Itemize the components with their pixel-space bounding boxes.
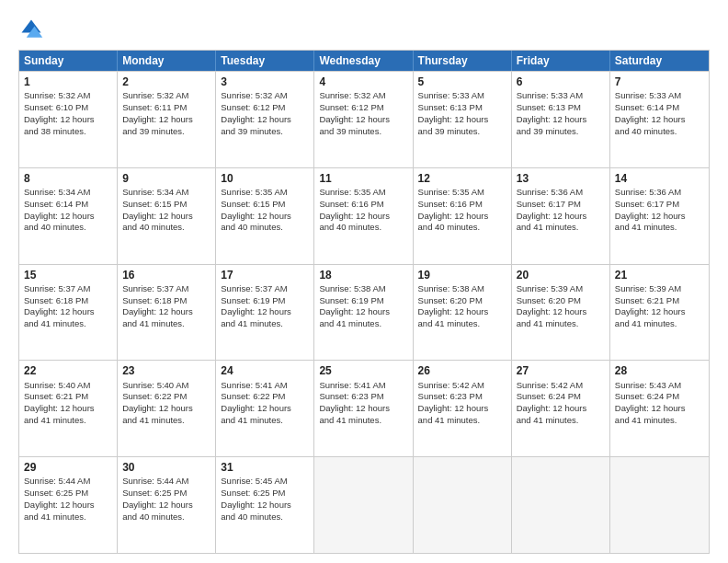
day-info-line: Sunset: 6:20 PM (517, 295, 605, 307)
day-info-line: and 39 minutes. (319, 126, 407, 138)
day-info-line: Sunset: 6:12 PM (221, 102, 309, 114)
calendar-cell: 5Sunrise: 5:33 AMSunset: 6:13 PMDaylight… (414, 72, 512, 167)
day-info-line: Daylight: 12 hours (319, 211, 407, 223)
day-info-line: Daylight: 12 hours (24, 306, 112, 318)
calendar-row-2: 8Sunrise: 5:34 AMSunset: 6:14 PMDaylight… (19, 167, 709, 264)
calendar-cell: 7Sunrise: 5:33 AMSunset: 6:14 PMDaylight… (610, 72, 709, 167)
day-info-line: Sunrise: 5:37 AM (122, 283, 210, 295)
day-info-line: Sunrise: 5:43 AM (615, 380, 704, 392)
calendar-cell (610, 457, 709, 553)
calendar-cell: 11Sunrise: 5:35 AMSunset: 6:16 PMDayligh… (314, 168, 413, 264)
day-info-line: Sunset: 6:25 PM (24, 488, 112, 500)
day-number: 10 (221, 171, 309, 186)
day-info-line: Daylight: 12 hours (221, 306, 309, 318)
day-info-line: and 41 minutes. (615, 222, 704, 234)
day-number: 1 (24, 75, 112, 89)
day-info-line: Daylight: 12 hours (221, 403, 309, 415)
day-info-line: Daylight: 12 hours (517, 211, 605, 223)
day-number: 14 (615, 171, 704, 186)
day-info-line: and 39 minutes. (122, 126, 210, 138)
day-info-line: Sunset: 6:22 PM (221, 391, 309, 403)
calendar-cell: 4Sunrise: 5:32 AMSunset: 6:12 PMDaylight… (314, 72, 413, 167)
day-info-line: and 41 minutes. (418, 415, 506, 427)
calendar-row-5: 29Sunrise: 5:44 AMSunset: 6:25 PMDayligh… (19, 456, 709, 553)
day-info-line: Sunset: 6:14 PM (24, 199, 112, 211)
day-number: 16 (122, 268, 210, 282)
day-number: 25 (319, 363, 407, 378)
calendar-cell: 19Sunrise: 5:38 AMSunset: 6:20 PMDayligh… (414, 265, 512, 361)
day-info-line: and 40 minutes. (418, 222, 506, 234)
day-info-line: Sunset: 6:15 PM (221, 199, 309, 211)
day-info-line: Daylight: 12 hours (221, 211, 309, 223)
day-info-line: Sunset: 6:20 PM (418, 295, 506, 307)
day-info-line: Daylight: 12 hours (319, 403, 407, 415)
day-number: 21 (615, 268, 704, 282)
day-number: 23 (122, 363, 210, 378)
day-number: 15 (24, 268, 112, 282)
day-number: 18 (319, 268, 407, 282)
day-number: 22 (24, 363, 112, 378)
header-day-tuesday: Tuesday (216, 51, 314, 71)
calendar-cell: 15Sunrise: 5:37 AMSunset: 6:18 PMDayligh… (19, 265, 118, 361)
day-info-line: Daylight: 12 hours (615, 114, 704, 126)
day-info-line: Daylight: 12 hours (418, 306, 506, 318)
day-info-line: and 40 minutes. (615, 126, 704, 138)
day-info-line: Sunset: 6:23 PM (319, 391, 407, 403)
day-info-line: Sunrise: 5:32 AM (221, 90, 309, 102)
calendar-cell: 12Sunrise: 5:35 AMSunset: 6:16 PMDayligh… (414, 168, 512, 264)
header-day-saturday: Saturday (610, 51, 709, 71)
day-info-line: Sunrise: 5:40 AM (24, 380, 112, 392)
day-info-line: Sunset: 6:16 PM (319, 199, 407, 211)
day-info-line: Daylight: 12 hours (517, 306, 605, 318)
day-info-line: Sunrise: 5:33 AM (418, 90, 506, 102)
day-info-line: Sunset: 6:10 PM (24, 102, 112, 114)
day-number: 19 (418, 268, 506, 282)
day-info-line: and 41 minutes. (517, 318, 605, 330)
day-info-line: Sunrise: 5:38 AM (418, 283, 506, 295)
day-number: 11 (319, 171, 407, 186)
day-info-line: Sunset: 6:12 PM (319, 102, 407, 114)
day-info-line: and 41 minutes. (319, 318, 407, 330)
day-info-line: Daylight: 12 hours (24, 114, 112, 126)
calendar-cell: 10Sunrise: 5:35 AMSunset: 6:15 PMDayligh… (216, 168, 314, 264)
day-info-line: Sunrise: 5:36 AM (615, 187, 704, 199)
day-info-line: Sunrise: 5:32 AM (122, 90, 210, 102)
day-info-line: Daylight: 12 hours (122, 211, 210, 223)
calendar-cell: 27Sunrise: 5:42 AMSunset: 6:24 PMDayligh… (512, 361, 610, 456)
day-info-line: Daylight: 12 hours (122, 403, 210, 415)
day-number: 4 (319, 75, 407, 89)
day-info-line: Sunset: 6:22 PM (122, 391, 210, 403)
day-number: 3 (221, 75, 309, 89)
day-info-line: and 41 minutes. (615, 415, 704, 427)
day-info-line: Sunrise: 5:38 AM (319, 283, 407, 295)
day-info-line: Sunset: 6:13 PM (418, 102, 506, 114)
day-info-line: and 41 minutes. (24, 511, 112, 523)
calendar-cell: 21Sunrise: 5:39 AMSunset: 6:21 PMDayligh… (610, 265, 709, 361)
day-info-line: and 40 minutes. (221, 222, 309, 234)
day-info-line: Sunrise: 5:39 AM (517, 283, 605, 295)
calendar-cell: 30Sunrise: 5:44 AMSunset: 6:25 PMDayligh… (118, 457, 216, 553)
day-info-line: Sunrise: 5:45 AM (221, 476, 309, 488)
day-info-line: and 39 minutes. (418, 126, 506, 138)
day-number: 13 (517, 171, 605, 186)
day-info-line: Daylight: 12 hours (24, 403, 112, 415)
day-info-line: Sunset: 6:17 PM (517, 199, 605, 211)
header-day-monday: Monday (118, 51, 216, 71)
day-info-line: Sunrise: 5:35 AM (319, 187, 407, 199)
day-info-line: and 41 minutes. (24, 415, 112, 427)
day-info-line: Daylight: 12 hours (615, 211, 704, 223)
calendar-cell: 14Sunrise: 5:36 AMSunset: 6:17 PMDayligh… (610, 168, 709, 264)
day-info-line: Sunrise: 5:32 AM (319, 90, 407, 102)
calendar-cell: 26Sunrise: 5:42 AMSunset: 6:23 PMDayligh… (414, 361, 512, 456)
day-number: 9 (122, 171, 210, 186)
day-number: 7 (615, 75, 704, 89)
day-info-line: Sunset: 6:15 PM (122, 199, 210, 211)
calendar-cell: 22Sunrise: 5:40 AMSunset: 6:21 PMDayligh… (19, 361, 118, 456)
day-info-line: Daylight: 12 hours (517, 114, 605, 126)
calendar-cell (314, 457, 413, 553)
header-day-thursday: Thursday (414, 51, 512, 71)
calendar-cell: 25Sunrise: 5:41 AMSunset: 6:23 PMDayligh… (314, 361, 413, 456)
day-info-line: Daylight: 12 hours (24, 211, 112, 223)
day-number: 12 (418, 171, 506, 186)
day-info-line: Sunrise: 5:41 AM (319, 380, 407, 392)
